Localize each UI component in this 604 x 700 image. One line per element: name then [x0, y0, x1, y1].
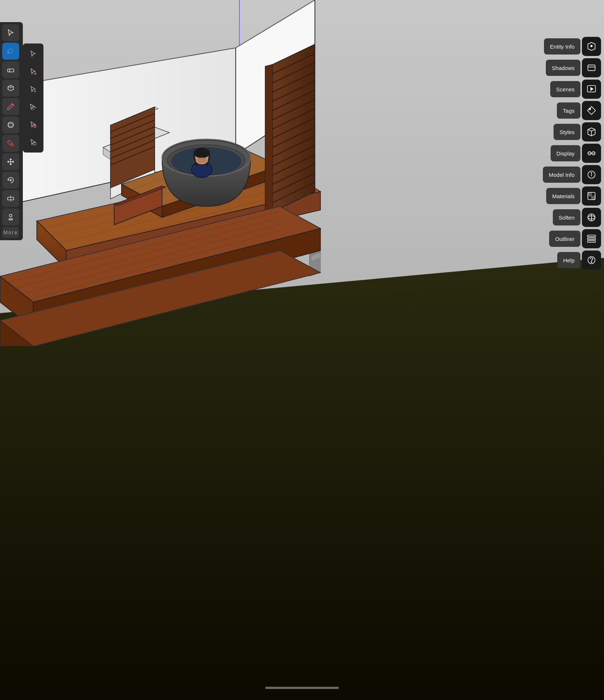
- paint-tool-button[interactable]: [2, 135, 19, 152]
- svg-rect-115: [588, 192, 591, 196]
- styles-label-button[interactable]: Styles: [554, 124, 580, 140]
- svg-rect-116: [591, 196, 595, 200]
- svg-point-124: [591, 262, 592, 262]
- deselect-button[interactable]: [25, 116, 41, 133]
- scenes-row: Scenes: [550, 80, 604, 99]
- soften-row: Soften: [553, 208, 604, 227]
- rotate-tool-button[interactable]: [2, 172, 19, 189]
- select-tool-button[interactable]: [2, 24, 19, 41]
- svg-rect-120: [587, 235, 596, 237]
- materials-label-button[interactable]: Materials: [546, 188, 580, 204]
- tags-label-button[interactable]: Tags: [557, 102, 580, 119]
- help-label-button[interactable]: Help: [557, 252, 580, 268]
- tags-icon-button[interactable]: [582, 101, 601, 120]
- styles-icon-button[interactable]: [582, 122, 601, 141]
- help-row: Help: [557, 251, 604, 270]
- right-panel: Entity Info Shadows Scenes: [543, 37, 604, 270]
- svg-line-97: [34, 126, 36, 127]
- display-label-button[interactable]: Display: [551, 145, 580, 161]
- freehand-select-tool-button[interactable]: [2, 43, 19, 60]
- shadows-row: Shadows: [546, 58, 604, 77]
- outliner-icon-button[interactable]: [582, 229, 601, 248]
- move-tool-button[interactable]: [2, 153, 19, 170]
- bottom-scrollbar[interactable]: [265, 687, 339, 689]
- shadows-icon-button[interactable]: [582, 58, 601, 77]
- svg-marker-46: [265, 64, 273, 223]
- outliner-row: Outliner: [549, 229, 604, 248]
- svg-point-82: [8, 122, 14, 128]
- svg-line-81: [12, 104, 13, 106]
- svg-line-77: [9, 69, 10, 72]
- materials-icon-button[interactable]: [582, 186, 601, 206]
- scenes-icon-button[interactable]: [582, 80, 601, 99]
- svg-point-60: [194, 148, 210, 158]
- svg-rect-100: [588, 65, 595, 70]
- svg-line-106: [591, 130, 595, 131]
- rectangle-tool-button[interactable]: [2, 80, 19, 97]
- scenes-label-button[interactable]: Scenes: [550, 81, 580, 97]
- select-normal-button[interactable]: [25, 46, 41, 62]
- intersect-selection-button[interactable]: [25, 99, 41, 115]
- svg-rect-122: [587, 241, 596, 242]
- entity-info-row: Entity Info: [544, 37, 604, 56]
- entity-info-icon-button[interactable]: [582, 37, 601, 56]
- model-info-icon-button[interactable]: [582, 165, 601, 184]
- svg-point-99: [591, 45, 592, 47]
- orbit-tool-button[interactable]: [2, 116, 19, 133]
- left-toolbar: More: [0, 22, 23, 240]
- pencil-tool-button[interactable]: [2, 98, 19, 115]
- follow-me-tool-button[interactable]: [2, 209, 19, 225]
- styles-row: Styles: [554, 122, 604, 141]
- add-selection-button[interactable]: [25, 81, 41, 97]
- materials-row: Materials: [546, 186, 604, 206]
- outliner-label-button[interactable]: Outliner: [549, 231, 580, 247]
- tags-row: Tags: [557, 101, 604, 120]
- remove-selection-button[interactable]: [25, 63, 41, 80]
- svg-point-61: [197, 157, 207, 163]
- svg-point-87: [10, 179, 11, 181]
- eraser-tool-button[interactable]: [2, 61, 19, 78]
- 3d-scene: [0, 0, 604, 700]
- svg-line-105: [588, 130, 591, 131]
- toolbar-more-button[interactable]: More: [2, 227, 19, 238]
- entity-info-label-button[interactable]: Entity Info: [544, 38, 580, 55]
- svg-point-90: [9, 214, 12, 217]
- model-info-label-button[interactable]: Model Info: [543, 167, 580, 183]
- svg-line-80: [11, 87, 13, 88]
- svg-point-84: [11, 144, 14, 146]
- svg-line-79: [8, 87, 11, 88]
- svg-marker-103: [591, 88, 593, 91]
- svg-rect-98: [34, 143, 36, 145]
- svg-rect-121: [587, 238, 596, 239]
- svg-rect-76: [8, 69, 14, 72]
- display-row: Display: [551, 144, 604, 163]
- secondary-toolbar: [23, 43, 43, 153]
- soften-label-button[interactable]: Soften: [553, 209, 580, 225]
- soften-icon-button[interactable]: [582, 208, 601, 227]
- viewport: More: [0, 0, 604, 700]
- svg-point-104: [589, 108, 591, 110]
- display-icon-button[interactable]: [582, 144, 601, 163]
- svg-point-83: [8, 123, 14, 126]
- svg-point-113: [591, 173, 592, 174]
- learn-selection-button[interactable]: [25, 134, 41, 150]
- section-plane-tool-button[interactable]: [2, 190, 19, 207]
- svg-rect-91: [9, 219, 12, 220]
- model-info-row: Model Info: [543, 165, 604, 184]
- help-icon-button[interactable]: [582, 251, 601, 270]
- shadows-label-button[interactable]: Shadows: [546, 60, 580, 76]
